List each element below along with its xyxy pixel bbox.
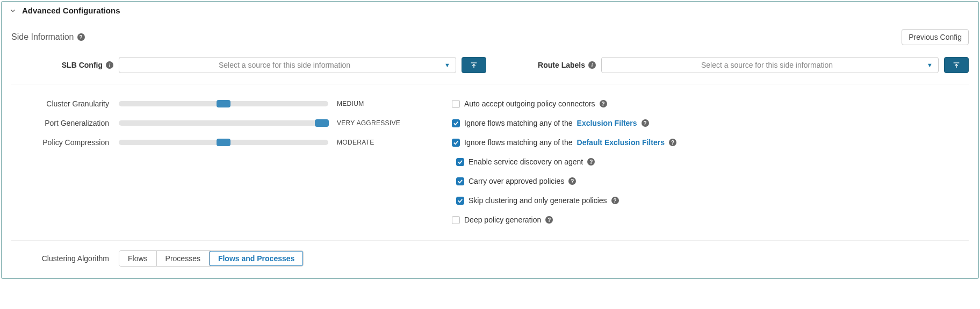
enable-service-discovery-checkbox[interactable] bbox=[456, 158, 464, 166]
slb-config-label: SLB Config i bbox=[11, 61, 113, 69]
route-labels-group: Route Labels i Select a source for this … bbox=[494, 57, 969, 73]
config-row: SLB Config i Select a source for this si… bbox=[11, 53, 969, 84]
clustering-algorithm-row: Clustering Algorithm Flows Processes Flo… bbox=[11, 240, 969, 267]
side-info-row: Side Information ? Previous Config bbox=[11, 29, 969, 45]
deep-policy-row: Deep policy generation ? bbox=[452, 210, 969, 229]
policy-compression-value: Moderate bbox=[328, 139, 420, 146]
slider-thumb[interactable] bbox=[315, 119, 329, 127]
panel-body: Side Information ? Previous Config SLB C… bbox=[2, 19, 978, 278]
carry-over-row: Carry over approved policies ? bbox=[452, 171, 969, 191]
cluster-granularity-label: Cluster Granularity bbox=[11, 99, 119, 108]
port-generalization-value: Very Aggressive bbox=[328, 119, 420, 127]
deep-policy-label: Deep policy generation bbox=[464, 215, 541, 224]
side-info-label: Side Information ? bbox=[11, 32, 85, 42]
enable-service-discovery-row: Enable service discovery on agent ? bbox=[452, 152, 969, 171]
route-labels-label-text: Route Labels bbox=[538, 61, 585, 69]
port-generalization-row: Port Generalization Very Aggressive bbox=[11, 113, 420, 133]
policy-compression-slider[interactable] bbox=[119, 140, 328, 145]
advanced-configurations-panel: Advanced Configurations Side Information… bbox=[1, 1, 979, 279]
info-icon[interactable]: i bbox=[106, 61, 113, 69]
chevron-down-icon bbox=[9, 7, 17, 15]
sliders-column: Cluster Granularity Medium Port Generali… bbox=[11, 94, 420, 229]
info-icon[interactable]: i bbox=[588, 61, 596, 69]
algo-option-processes[interactable]: Processes bbox=[157, 251, 210, 266]
auto-accept-checkbox[interactable] bbox=[452, 100, 460, 108]
clustering-algorithm-label: Clustering Algorithm bbox=[11, 254, 119, 263]
cluster-granularity-row: Cluster Granularity Medium bbox=[11, 94, 420, 113]
previous-config-button[interactable]: Previous Config bbox=[902, 29, 969, 45]
cluster-granularity-slider[interactable] bbox=[119, 101, 328, 106]
slider-thumb[interactable] bbox=[217, 100, 230, 107]
auto-accept-row: Auto accept outgoing policy connectors ? bbox=[452, 94, 969, 113]
help-icon[interactable]: ? bbox=[77, 33, 85, 41]
help-icon[interactable]: ? bbox=[669, 139, 676, 146]
route-labels-select[interactable]: Select a source for this side informatio… bbox=[601, 57, 939, 73]
slb-config-group: SLB Config i Select a source for this si… bbox=[11, 57, 486, 73]
caret-down-icon: ▼ bbox=[927, 62, 933, 68]
ignore-default-excl-prefix: Ignore flows matching any of the bbox=[464, 138, 573, 147]
skip-clustering-checkbox[interactable] bbox=[456, 197, 464, 205]
slider-thumb[interactable] bbox=[217, 139, 230, 146]
default-exclusion-filters-link[interactable]: Default Exclusion Filters bbox=[577, 138, 665, 147]
ignore-default-exclusion-row: Ignore flows matching any of the Default… bbox=[452, 133, 969, 152]
port-generalization-label: Port Generalization bbox=[11, 119, 119, 127]
panel-header[interactable]: Advanced Configurations bbox=[2, 2, 978, 19]
cluster-granularity-value: Medium bbox=[328, 100, 420, 107]
slb-config-label-text: SLB Config bbox=[62, 61, 103, 69]
route-labels-placeholder: Select a source for this side informatio… bbox=[607, 61, 927, 69]
policy-compression-label: Policy Compression bbox=[11, 138, 119, 147]
skip-clustering-row: Skip clustering and only generate polici… bbox=[452, 191, 969, 210]
help-icon[interactable]: ? bbox=[568, 177, 576, 185]
checkboxes-column: Auto accept outgoing policy connectors ?… bbox=[441, 94, 969, 229]
panel-title: Advanced Configurations bbox=[22, 6, 120, 15]
side-info-text: Side Information bbox=[11, 32, 74, 42]
algo-option-flows-and-processes[interactable]: Flows and Processes bbox=[210, 251, 303, 266]
skip-clustering-label: Skip clustering and only generate polici… bbox=[469, 196, 607, 205]
port-generalization-slider[interactable] bbox=[119, 120, 328, 126]
deep-policy-checkbox[interactable] bbox=[452, 216, 460, 224]
help-icon[interactable]: ? bbox=[611, 197, 619, 204]
clustering-algorithm-segmented: Flows Processes Flows and Processes bbox=[119, 250, 304, 267]
help-icon[interactable]: ? bbox=[642, 119, 649, 127]
carry-over-checkbox[interactable] bbox=[456, 177, 464, 185]
algo-option-flows[interactable]: Flows bbox=[119, 251, 157, 266]
route-labels-label: Route Labels i bbox=[494, 61, 596, 69]
auto-accept-label: Auto accept outgoing policy connectors bbox=[464, 99, 595, 108]
policy-compression-row: Policy Compression Moderate bbox=[11, 133, 420, 152]
help-icon[interactable]: ? bbox=[587, 158, 595, 166]
slb-config-placeholder: Select a source for this side informatio… bbox=[125, 61, 444, 69]
settings-columns: Cluster Granularity Medium Port Generali… bbox=[11, 84, 969, 229]
help-icon[interactable]: ? bbox=[600, 100, 607, 107]
ignore-exclusion-checkbox[interactable] bbox=[452, 119, 460, 127]
ignore-exclusion-prefix: Ignore flows matching any of the bbox=[464, 119, 573, 127]
slb-config-select[interactable]: Select a source for this side informatio… bbox=[119, 57, 456, 73]
ignore-exclusion-row: Ignore flows matching any of the Exclusi… bbox=[452, 113, 969, 133]
route-labels-upload-button[interactable] bbox=[944, 57, 969, 73]
caret-down-icon: ▼ bbox=[444, 62, 450, 68]
slb-upload-button[interactable] bbox=[462, 57, 486, 73]
help-icon[interactable]: ? bbox=[545, 216, 553, 224]
carry-over-label: Carry over approved policies bbox=[469, 177, 564, 185]
ignore-default-exclusion-checkbox[interactable] bbox=[452, 139, 460, 147]
exclusion-filters-link[interactable]: Exclusion Filters bbox=[577, 119, 637, 127]
enable-service-discovery-label: Enable service discovery on agent bbox=[469, 157, 583, 166]
